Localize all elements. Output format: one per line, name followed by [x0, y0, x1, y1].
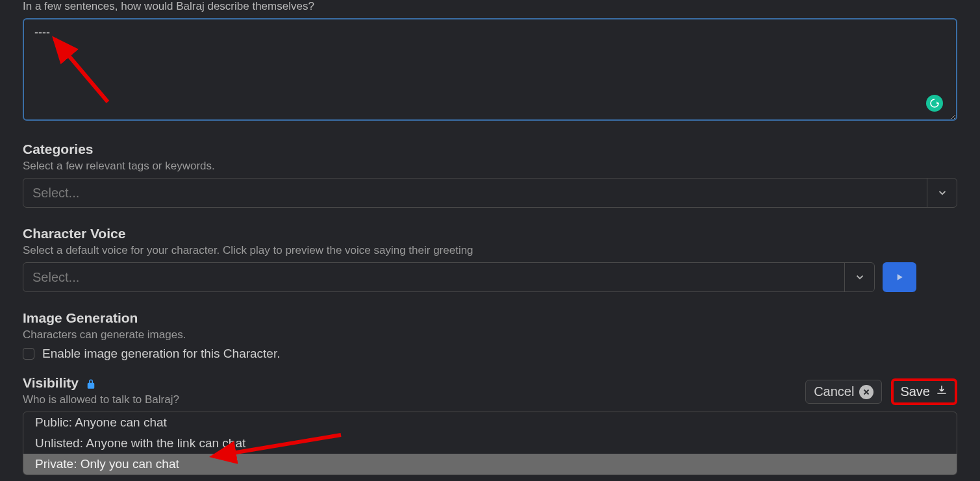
cancel-button[interactable]: Cancel	[805, 380, 882, 404]
image-gen-sub: Characters can generate images.	[23, 328, 957, 341]
voice-section: Character Voice Select a default voice f…	[23, 226, 957, 292]
categories-select[interactable]: Select...	[23, 178, 957, 208]
categories-section: Categories Select a few relevant tags or…	[23, 142, 957, 208]
description-question: In a few sentences, how would Balraj des…	[23, 0, 957, 13]
voice-title: Character Voice	[23, 226, 957, 241]
voice-placeholder: Select...	[32, 270, 79, 285]
image-gen-title: Image Generation	[23, 310, 957, 326]
save-label: Save	[900, 384, 930, 399]
chevron-down-icon	[844, 262, 874, 292]
description-field-wrap	[23, 18, 957, 123]
visibility-option-unlisted[interactable]: Unlisted: Anyone with the link can chat	[23, 433, 957, 454]
voice-sub: Select a default voice for your characte…	[23, 244, 957, 257]
image-gen-checkbox[interactable]	[23, 348, 34, 360]
download-icon	[935, 384, 948, 400]
image-gen-checkbox-label: Enable image generation for this Charact…	[42, 347, 281, 361]
categories-placeholder: Select...	[32, 186, 79, 201]
chevron-down-icon	[927, 178, 957, 208]
categories-title: Categories	[23, 142, 957, 157]
visibility-dropdown[interactable]: Public: Anyone can chat Unlisted: Anyone…	[23, 412, 957, 475]
lock-icon	[85, 378, 97, 390]
close-icon	[859, 385, 873, 399]
categories-sub: Select a few relevant tags or keywords.	[23, 160, 957, 173]
cancel-label: Cancel	[814, 384, 854, 399]
image-gen-section: Image Generation Characters can generate…	[23, 310, 957, 361]
visibility-title: Visibility	[23, 375, 79, 391]
visibility-option-public[interactable]: Public: Anyone can chat	[23, 412, 957, 433]
visibility-option-private[interactable]: Private: Only you can chat	[23, 454, 957, 475]
voice-select[interactable]: Select...	[23, 262, 875, 292]
description-textarea[interactable]	[23, 18, 957, 121]
save-button[interactable]: Save	[891, 378, 957, 405]
action-buttons: Cancel Save	[805, 378, 957, 405]
grammarly-icon[interactable]	[926, 95, 943, 112]
play-button[interactable]	[883, 262, 916, 292]
